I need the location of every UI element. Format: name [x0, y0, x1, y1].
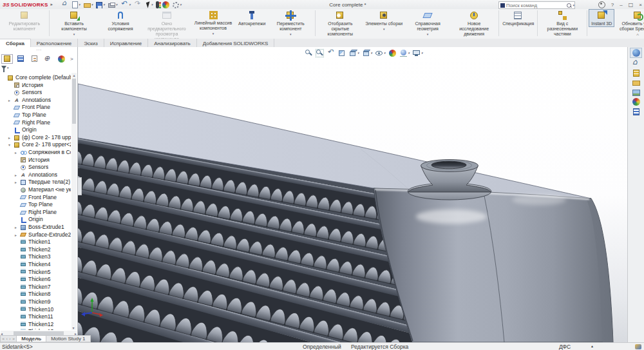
- ribbon-motion-study-button[interactable]: Новое исследование движения: [451, 9, 497, 37]
- ribbon-smart-fasteners-button[interactable]: Автокрепежи: [236, 9, 267, 26]
- tree-item[interactable]: Thicken6: [0, 276, 71, 284]
- close-button[interactable]: ×: [639, 2, 642, 8]
- caret-down-icon[interactable]: ▾: [180, 3, 182, 6]
- tree-item[interactable]: Core complete (Default<Display Stat: [0, 74, 71, 82]
- taskpane-appearances-button[interactable]: [630, 97, 641, 106]
- tab-анализировать[interactable]: Анализировать: [148, 39, 197, 47]
- filter-caret-icon[interactable]: ▾: [7, 66, 9, 70]
- headsup-zoom-fit-button[interactable]: [305, 49, 313, 57]
- headsup-view-orientation-button[interactable]: ▾: [348, 49, 359, 57]
- account-icon[interactable]: [598, 1, 605, 8]
- ribbon-mate-button[interactable]: Условия сопряжения: [97, 9, 144, 32]
- tree-item[interactable]: ▸Boss-Extrude1: [0, 224, 71, 231]
- headsup-edit-appearance-button[interactable]: [388, 49, 397, 57]
- tree-item[interactable]: Top Plane: [0, 201, 71, 209]
- tree-item[interactable]: Thicken7: [0, 284, 71, 291]
- panel-splitter[interactable]: [78, 177, 82, 195]
- tree-item[interactable]: Thicken2: [0, 246, 71, 254]
- tree-item[interactable]: Thicken1: [0, 238, 71, 246]
- tab-сборка[interactable]: Сборка: [0, 39, 31, 47]
- caret-down-icon[interactable]: ▾: [408, 51, 410, 55]
- caret-down-icon[interactable]: ▾: [421, 51, 423, 55]
- tree-item[interactable]: Sensors: [0, 164, 71, 171]
- tab-добавления-solidworks[interactable]: Добавления SOLIDWORKS: [197, 39, 275, 47]
- tab-nav-icon[interactable]: ›: [9, 336, 11, 342]
- tree-item[interactable]: ▸(ф) Core 2- 178 upper<1> (Defau: [0, 134, 71, 142]
- minimize-button[interactable]: –: [620, 2, 622, 8]
- taskpane-resources-button[interactable]: [630, 48, 642, 58]
- tree-item[interactable]: Thicken8: [0, 291, 71, 298]
- scroll-down-icon[interactable]: ▾: [73, 326, 75, 330]
- tab-исправление[interactable]: Исправление: [104, 39, 149, 47]
- caret-down-icon[interactable]: ▾: [129, 3, 131, 6]
- qa-rebuild-button[interactable]: [155, 1, 160, 9]
- headsup-display-style-button[interactable]: ▾: [362, 49, 373, 57]
- graphics-area[interactable]: ▾▾▾▾▾: [78, 47, 627, 342]
- ribbon-move-component-button[interactable]: Переместить компонент▾: [267, 9, 314, 36]
- caret-down-icon[interactable]: ▾: [371, 51, 373, 55]
- scroll-up-icon[interactable]: ▴: [73, 73, 75, 77]
- caret-down-icon[interactable]: ▾: [73, 32, 75, 36]
- tab-nav-icon[interactable]: «: [2, 336, 5, 342]
- qa-print-button[interactable]: ▾: [108, 1, 118, 9]
- ribbon-instant3d-button[interactable]: Instant 3D: [589, 9, 614, 27]
- tree-expand-icon[interactable]: ▸: [15, 231, 20, 239]
- caret-down-icon[interactable]: ▾: [103, 3, 105, 6]
- search-caret-icon[interactable]: ▾: [573, 3, 574, 7]
- headsup-view-settings-button[interactable]: ▾: [412, 49, 423, 57]
- qa-open-button[interactable]: ▾: [83, 1, 94, 9]
- caret-down-icon[interactable]: ▾: [384, 51, 386, 55]
- tree-item[interactable]: Thicken3: [0, 253, 71, 261]
- headsup-zoom-area-button[interactable]: [316, 49, 324, 57]
- headsup-previous-view-button[interactable]: [327, 49, 335, 57]
- tree-expand-icon[interactable]: ▸: [8, 97, 14, 104]
- tab-nav-icon[interactable]: »: [12, 336, 15, 342]
- tree-item[interactable]: Front Plane: [0, 194, 71, 202]
- caret-down-icon[interactable]: ▾: [427, 32, 429, 36]
- tree-item[interactable]: Материал <не указан>: [0, 186, 71, 194]
- taskpane-home-button[interactable]: [630, 59, 641, 68]
- ribbon-speedpak-button[interactable]: Обновить узлы сборки SpeedPak: [614, 9, 644, 32]
- caret-down-icon[interactable]: ▾: [116, 3, 118, 6]
- caret-down-icon[interactable]: ▾: [383, 27, 385, 31]
- qa-select-button[interactable]: ▾: [144, 1, 154, 9]
- ribbon-exploded-view-button[interactable]: Вид с разнесенными частями▾: [539, 9, 585, 41]
- tree-item[interactable]: Top Plane: [0, 112, 71, 119]
- command-search[interactable]: ▾: [498, 1, 575, 9]
- scrollbar-thumb[interactable]: [72, 79, 76, 124]
- tree-item[interactable]: Right Plane: [0, 119, 71, 127]
- tree-item[interactable]: Thicken10: [0, 306, 71, 314]
- tree-item[interactable]: ▸Сопряжения в Core comple: [0, 149, 71, 157]
- tree-item[interactable]: Right Plane: [0, 209, 71, 217]
- panel-tab-features[interactable]: [1, 54, 13, 64]
- ribbon-reference-geometry-button[interactable]: Справочная геометрия▾: [404, 9, 451, 36]
- ribbon-insert-component-button[interactable]: Вставить компоненты▾: [51, 9, 97, 36]
- panel-tab-dimxpert[interactable]: [42, 54, 53, 64]
- tab-расположение[interactable]: Расположение: [31, 39, 78, 47]
- tree-item[interactable]: История: [0, 82, 71, 90]
- tree-item[interactable]: Origin: [0, 126, 71, 134]
- tree-item[interactable]: История: [0, 157, 71, 164]
- tree-item[interactable]: Thicken11: [0, 313, 71, 321]
- qa-options-button[interactable]: ▾: [172, 1, 182, 9]
- caret-down-icon[interactable]: ▾: [357, 51, 359, 55]
- tree-item[interactable]: Thicken12: [0, 321, 71, 329]
- taskpane-view-palette-button[interactable]: [630, 88, 641, 97]
- tab-модель[interactable]: Модель: [17, 335, 46, 342]
- tab-эскиз[interactable]: Эскиз: [78, 39, 104, 47]
- taskpane-design-library-button[interactable]: [630, 68, 641, 77]
- restore-button[interactable]: □: [629, 2, 634, 8]
- qa-home-button[interactable]: [61, 1, 70, 9]
- qa-undo-button[interactable]: ▾: [120, 1, 131, 9]
- tree-item[interactable]: ▸Surface-Extrude2: [0, 231, 71, 239]
- taskpane-custom-properties-button[interactable]: [630, 107, 641, 116]
- tree-expand-icon[interactable]: ▾: [8, 141, 14, 149]
- search-icon[interactable]: [567, 3, 571, 8]
- tree-item[interactable]: Thicken4: [0, 261, 71, 269]
- tree-item[interactable]: ▸Annotations: [0, 171, 71, 179]
- logo-expand-icon[interactable]: ▸: [51, 2, 53, 7]
- tree-expand-icon[interactable]: ▸: [15, 171, 20, 179]
- status-units[interactable]: ДФС: [559, 344, 571, 350]
- panel-grip[interactable]: ⋯: [0, 47, 77, 54]
- tree-item[interactable]: Thicken5: [0, 269, 71, 277]
